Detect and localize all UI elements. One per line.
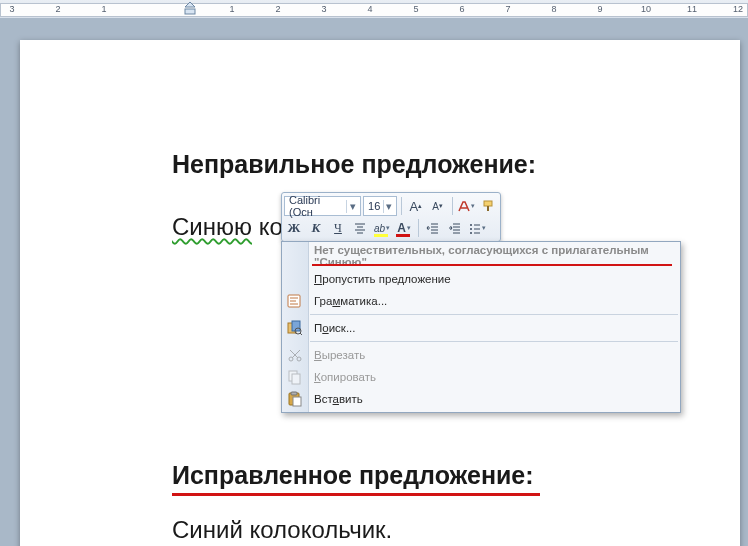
ruler-tick: 1 bbox=[101, 4, 106, 14]
heading-fixed: Исправленное предложение: bbox=[172, 461, 534, 490]
menu-item-grammar[interactable]: Грамматика... bbox=[282, 290, 680, 312]
ruler-tick: 8 bbox=[551, 4, 556, 14]
separator bbox=[452, 197, 453, 215]
horizontal-ruler[interactable]: 3 2 1 1 2 3 4 5 6 7 8 9 10 11 12 bbox=[0, 0, 748, 19]
ruler-track bbox=[0, 3, 748, 17]
menu-item-paste[interactable]: Вставить bbox=[282, 388, 680, 410]
ruler-tick: 3 bbox=[9, 4, 14, 14]
ruler-tick: 12 bbox=[733, 4, 743, 14]
ruler-tick: 3 bbox=[321, 4, 326, 14]
grammar-error-word[interactable]: Синюю bbox=[172, 213, 252, 240]
ruler-tick: 5 bbox=[413, 4, 418, 14]
menu-separator bbox=[310, 341, 678, 342]
separator bbox=[418, 219, 419, 237]
italic-button[interactable]: К bbox=[306, 218, 326, 238]
mini-toolbar[interactable]: Calibri (Осн▾ 16▾ A▴ A▾ ▾ Ж К Ч ab bbox=[281, 192, 501, 242]
svg-point-5 bbox=[470, 232, 472, 234]
bullets-icon bbox=[468, 221, 482, 235]
editor-area: Неправильное предложение: Синюю колоколь… bbox=[0, 18, 748, 546]
styles-icon bbox=[457, 199, 471, 213]
ruler-tick: 9 bbox=[597, 4, 602, 14]
decrease-indent-button[interactable] bbox=[423, 218, 443, 238]
sentence-fixed: Синий колокольчик. bbox=[172, 516, 680, 544]
heading-wrong: Неправильное предложение: bbox=[172, 150, 680, 179]
menu-item-lookup[interactable]: Поиск... bbox=[282, 317, 680, 339]
chevron-down-icon[interactable]: ▾ bbox=[346, 200, 358, 213]
ruler-tick: 1 bbox=[229, 4, 234, 14]
styles-button[interactable]: ▾ bbox=[457, 196, 477, 216]
grammar-icon bbox=[287, 293, 303, 309]
paintbrush-icon bbox=[481, 199, 495, 213]
ruler-tick: 2 bbox=[275, 4, 280, 14]
font-name-combo[interactable]: Calibri (Осн▾ bbox=[284, 196, 361, 216]
ruler-tick: 2 bbox=[55, 4, 60, 14]
bullets-button[interactable]: ▾ bbox=[467, 218, 487, 238]
svg-rect-15 bbox=[291, 392, 297, 395]
menu-item-copy: Копировать bbox=[282, 366, 680, 388]
ruler-tick: 4 bbox=[367, 4, 372, 14]
grammar-context-menu[interactable]: Нет существительных, согласующихся с при… bbox=[281, 241, 681, 413]
increase-indent-button[interactable] bbox=[445, 218, 465, 238]
menu-item-cut: Вырезать bbox=[282, 344, 680, 366]
lookup-icon bbox=[287, 320, 303, 336]
svg-rect-1 bbox=[484, 201, 492, 206]
grammar-error-message: Нет существительных, согласующихся с при… bbox=[282, 244, 680, 268]
svg-rect-0 bbox=[185, 9, 195, 14]
underline-button[interactable]: Ч bbox=[328, 218, 348, 238]
red-underline-annotation bbox=[312, 264, 672, 267]
menu-separator bbox=[310, 314, 678, 315]
chevron-down-icon[interactable]: ▾ bbox=[383, 200, 394, 213]
svg-rect-16 bbox=[293, 397, 301, 406]
outdent-icon bbox=[426, 221, 440, 235]
shrink-font-button[interactable]: A▾ bbox=[428, 196, 448, 216]
format-painter-button[interactable] bbox=[478, 196, 498, 216]
align-center-icon bbox=[353, 221, 367, 235]
font-color-button[interactable]: A ▾ bbox=[394, 218, 414, 238]
highlight-button[interactable]: ab ▾ bbox=[372, 218, 392, 238]
scissors-icon bbox=[287, 347, 303, 363]
grow-font-button[interactable]: A▴ bbox=[406, 196, 426, 216]
indent-marker-icon[interactable] bbox=[183, 0, 197, 18]
ruler-tick: 6 bbox=[459, 4, 464, 14]
svg-rect-2 bbox=[487, 206, 489, 211]
menu-item-skip-sentence[interactable]: Пропустить предложение bbox=[282, 268, 680, 290]
ruler-tick: 7 bbox=[505, 4, 510, 14]
red-underline-annotation bbox=[172, 493, 540, 496]
ruler-tick: 11 bbox=[687, 4, 697, 14]
svg-rect-13 bbox=[292, 374, 300, 384]
ruler-tick: 10 bbox=[641, 4, 651, 14]
svg-point-3 bbox=[470, 224, 472, 226]
align-center-button[interactable] bbox=[350, 218, 370, 238]
paste-icon bbox=[287, 391, 303, 407]
indent-icon bbox=[448, 221, 462, 235]
copy-icon bbox=[287, 369, 303, 385]
separator bbox=[401, 197, 402, 215]
svg-point-4 bbox=[470, 228, 472, 230]
bold-button[interactable]: Ж bbox=[284, 218, 304, 238]
font-size-combo[interactable]: 16▾ bbox=[363, 196, 397, 216]
